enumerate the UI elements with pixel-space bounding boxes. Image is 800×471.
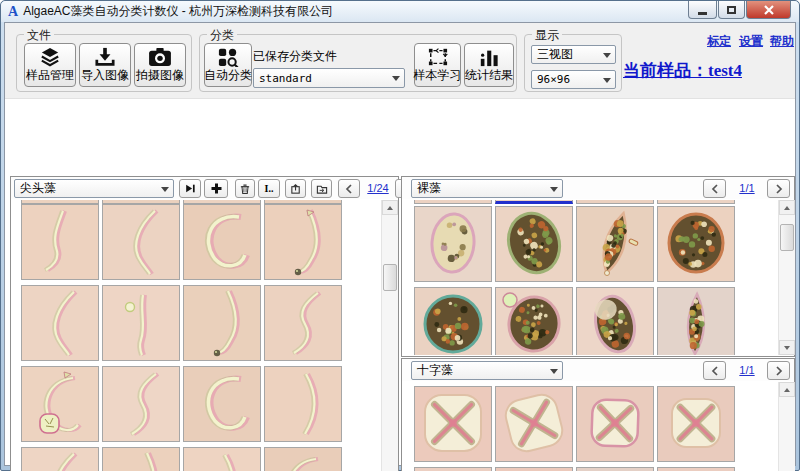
algae-tile[interactable] <box>657 467 735 471</box>
species-select-bottom-right[interactable]: 十字藻 <box>411 361 563 380</box>
algae-tile[interactable] <box>495 386 573 462</box>
display-group-label: 显示 <box>532 27 562 44</box>
thumbnail-grid-left <box>12 200 381 471</box>
algae-tile[interactable] <box>495 287 573 355</box>
algae-tile[interactable] <box>102 204 180 280</box>
prev-page-button[interactable] <box>338 179 360 198</box>
algae-tile-partial[interactable] <box>495 200 573 204</box>
panel-species-bottom-right: 十字藻 1/1 <box>401 358 795 471</box>
algae-tile[interactable] <box>102 447 180 471</box>
chevron-right-icon <box>775 184 783 194</box>
algae-tile[interactable] <box>21 447 99 471</box>
algae-tile[interactable] <box>576 206 654 282</box>
auto-classify-label: 自动分类 <box>204 67 252 84</box>
algae-tile[interactable] <box>657 206 735 282</box>
algae-tile[interactable] <box>264 366 342 442</box>
algae-tile[interactable] <box>264 285 342 361</box>
species-select-left[interactable]: 尖头藻 <box>14 179 174 198</box>
algae-tile-partial[interactable] <box>657 200 735 204</box>
algae-tile[interactable] <box>102 366 180 442</box>
algae-tile[interactable] <box>495 206 573 282</box>
maximize-button[interactable] <box>718 1 745 19</box>
algae-tile[interactable] <box>21 204 99 280</box>
algae-tile[interactable] <box>183 447 261 471</box>
scroll-down-button[interactable] <box>779 340 795 355</box>
add-button[interactable] <box>204 179 228 198</box>
algae-tile[interactable] <box>495 467 573 471</box>
sample-learn-button[interactable]: 样本学习 <box>414 43 461 87</box>
scroll-up-icon <box>784 206 790 210</box>
algae-tile[interactable] <box>576 467 654 471</box>
display-group: 显示 三视图 96×96 <box>524 34 622 92</box>
saved-classify-file-value: standard <box>259 72 312 85</box>
scrollbar-left-panel[interactable] <box>381 200 398 471</box>
panel-bottom-right-header: 十字藻 1/1 <box>402 359 794 381</box>
scrollbar-bottom-right-panel[interactable] <box>778 382 795 471</box>
app-icon: A <box>8 4 18 20</box>
minimize-icon <box>698 12 707 15</box>
prev-page-button[interactable] <box>703 179 726 198</box>
move-to-folder-button[interactable] <box>311 179 332 198</box>
rename-button[interactable]: I.. <box>258 179 280 198</box>
scroll-up-button[interactable] <box>382 200 398 215</box>
stats-result-button[interactable]: 统计结果 <box>464 43 514 87</box>
algae-tile[interactable] <box>102 285 180 361</box>
capture-image-button[interactable]: 拍摄图像 <box>134 43 186 87</box>
algae-tile[interactable] <box>576 287 654 355</box>
export-button[interactable] <box>285 179 306 198</box>
algae-tile[interactable] <box>264 447 342 471</box>
calibrate-link[interactable]: 标定 <box>707 33 731 50</box>
prev-page-button[interactable] <box>703 361 726 380</box>
import-image-label: 导入图像 <box>81 67 129 84</box>
algae-tile[interactable] <box>414 386 492 462</box>
next-page-button[interactable] <box>767 361 790 380</box>
thumb-size-select[interactable]: 96×96 <box>531 70 616 89</box>
algae-tile[interactable] <box>414 467 492 471</box>
algae-tile[interactable] <box>183 366 261 442</box>
current-sample-link[interactable]: 当前样品：test4 <box>623 59 742 82</box>
page-indicator-bottom-right[interactable]: 1/1 <box>730 364 764 376</box>
auto-classify-button[interactable]: 自动分类 <box>204 43 252 87</box>
page-indicator-top-right[interactable]: 1/1 <box>730 182 764 194</box>
chevron-left-icon <box>345 184 353 194</box>
view-mode-select[interactable]: 三视图 <box>531 45 616 64</box>
stats-result-label: 统计结果 <box>465 67 513 84</box>
minimize-button[interactable] <box>688 1 717 19</box>
algae-tile[interactable] <box>21 366 99 442</box>
species-select-top-right[interactable]: 裸藻 <box>411 179 563 198</box>
chevron-down-icon <box>550 369 558 374</box>
algae-tile[interactable] <box>183 204 261 280</box>
sample-manage-button[interactable]: 样品管理 <box>24 43 76 87</box>
algae-tile-partial[interactable] <box>576 200 654 204</box>
next-page-button[interactable] <box>767 179 790 198</box>
settings-link[interactable]: 设置 <box>739 33 763 50</box>
scroll-up-button[interactable] <box>779 382 795 397</box>
scroll-up-button[interactable] <box>779 200 795 215</box>
play-to-end-button[interactable] <box>179 179 201 198</box>
delete-button[interactable] <box>235 179 255 198</box>
algae-tile[interactable] <box>414 206 492 282</box>
bar-chart-icon <box>477 47 501 67</box>
play-to-end-icon <box>184 183 196 194</box>
algae-tile[interactable] <box>21 285 99 361</box>
import-icon <box>93 47 117 67</box>
algae-tile[interactable] <box>264 204 342 280</box>
saved-classify-file-select[interactable]: standard <box>253 68 405 88</box>
import-image-button[interactable]: 导入图像 <box>79 43 131 87</box>
algae-tile[interactable] <box>576 386 654 462</box>
classify-group: 分类 自动分类 已保存分类文件 standard 样本学习 统计结果 <box>199 34 517 92</box>
algae-tile[interactable] <box>414 287 492 355</box>
algae-tile[interactable] <box>183 285 261 361</box>
scroll-thumb[interactable] <box>780 224 794 251</box>
page-indicator-left[interactable]: 1/24 <box>362 182 394 194</box>
chevron-down-icon <box>550 187 558 192</box>
title-bar[interactable]: A AlgaeAC藻类自动分类计数仪 - 杭州万深检测科技有限公司 <box>1 1 799 22</box>
window-title: AlgaeAC藻类自动分类计数仪 - 杭州万深检测科技有限公司 <box>23 3 333 20</box>
help-link[interactable]: 帮助 <box>770 33 794 50</box>
algae-tile-partial[interactable] <box>414 200 492 204</box>
scrollbar-top-right-panel[interactable] <box>778 200 795 355</box>
close-button[interactable] <box>746 1 791 19</box>
algae-tile[interactable] <box>657 386 735 462</box>
scroll-thumb[interactable] <box>383 264 397 291</box>
algae-tile[interactable] <box>657 287 735 355</box>
